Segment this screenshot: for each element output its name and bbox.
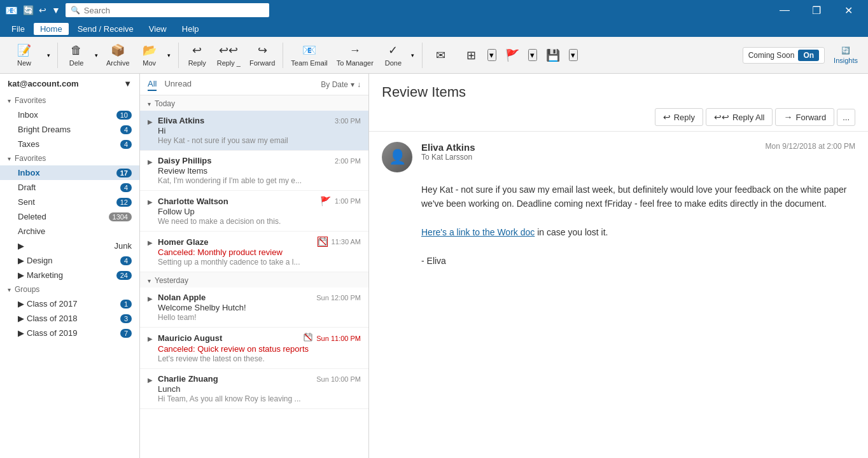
email-4-time: 11:30 AM	[332, 238, 361, 246]
archive-button[interactable]: 📦 Archive	[102, 39, 134, 72]
sidebar-item-inbox-2[interactable]: Inbox 17	[0, 165, 139, 180]
email-reading-title: Review Items	[382, 84, 855, 101]
refresh-icon[interactable]: 🔄	[23, 5, 34, 15]
sidebar-item-sent[interactable]: Sent 12	[0, 195, 139, 209]
move-button[interactable]: 📂 Mov	[135, 39, 164, 72]
reading-reply-button[interactable]: ↩ Reply	[655, 108, 703, 126]
email-item-4[interactable]: ▶ Homer Glaze 11:30 AM Canceled: Monthly…	[140, 232, 368, 272]
done-dropdown-button[interactable]: ▾	[408, 39, 418, 72]
delete-button[interactable]: 🗑 Dele	[62, 39, 91, 72]
email-item-1[interactable]: ▶ Eliva Atkins 3:00 PM Hi Hey Kat - not …	[140, 111, 368, 151]
filter-all[interactable]: All	[148, 78, 157, 91]
envelope-button[interactable]: ✉	[426, 39, 456, 72]
menu-file[interactable]: File	[5, 23, 31, 35]
toggle-button[interactable]: On	[798, 50, 819, 61]
flag-dropdown-button[interactable]: ▾	[528, 49, 537, 61]
flag-button[interactable]: 🚩	[498, 39, 527, 72]
account-header[interactable]: kat@account.com ▼	[0, 74, 139, 94]
delete-dropdown-button[interactable]: ▾	[91, 39, 101, 72]
email-1-expand-icon: ▶	[148, 118, 153, 125]
team-email-button[interactable]: 📧 Team Email	[287, 39, 331, 72]
forward-icon: ↪	[258, 43, 267, 57]
save-icon: 💾	[546, 48, 560, 62]
search-input[interactable]	[84, 6, 264, 15]
sidebar-item-archive[interactable]: Archive	[0, 224, 139, 239]
sort-control[interactable]: By Date ▾ ↓	[321, 80, 361, 89]
new-dropdown-button[interactable]: ▾	[43, 39, 53, 72]
sidebar-item-taxes[interactable]: Taxes 4	[0, 137, 139, 151]
forward-button[interactable]: ↪ Forward	[246, 39, 279, 72]
calendar-icon-6	[304, 333, 312, 344]
menu-home[interactable]: Home	[34, 23, 69, 35]
yesterday-group-header[interactable]: ▾ Yesterday	[140, 272, 368, 288]
email-4-preview: Setting up a monthly cadence to take a l…	[158, 258, 361, 267]
move-icon: 📂	[143, 43, 157, 57]
reply-all-icon: ↩↩	[219, 43, 238, 57]
email-7-content: Charlie Zhuang Sun 10:00 PM Lunch Hi Tea…	[158, 374, 361, 403]
close-button[interactable]: ✕	[834, 0, 863, 20]
search-box[interactable]: 🔍	[66, 3, 269, 17]
reply-button[interactable]: ↩ Reply	[183, 39, 212, 72]
menu-view[interactable]: View	[143, 23, 173, 35]
email-6-time: Sun 11:00 PM	[316, 335, 361, 342]
undo-icon[interactable]: ↩	[39, 5, 46, 15]
new-button[interactable]: 📝 New	[5, 39, 43, 72]
filter-unread[interactable]: Unread	[164, 78, 192, 91]
email-item-3[interactable]: ▶ Charlotte Waltson 🚩 1:00 PM Follow Up …	[140, 191, 368, 232]
sidebar-item-class-2018[interactable]: ▶ Class of 2018 3	[0, 311, 139, 326]
today-chevron: ▾	[148, 101, 151, 108]
email-item-2[interactable]: ▶ Daisy Phillips 2:00 PM Review Items Ka…	[140, 151, 368, 191]
favorites-section-1[interactable]: ▾ Favorites	[0, 94, 139, 108]
taxes-badge: 4	[120, 140, 132, 149]
sidebar-item-inbox-1[interactable]: Inbox 10	[0, 108, 139, 122]
email-1-content: Eliva Atkins 3:00 PM Hi Hey Kat - not su…	[158, 116, 361, 145]
apps-button[interactable]: ⊞	[457, 39, 486, 72]
save-dropdown-button[interactable]: ▾	[569, 49, 578, 61]
sidebar-item-design[interactable]: ▶ Design 4	[0, 253, 139, 268]
deleted-badge: 1304	[109, 212, 132, 221]
sidebar-item-draft[interactable]: Draft 4	[0, 180, 139, 195]
insights-button[interactable]: 🔄 Insights	[829, 44, 863, 67]
minimize-button[interactable]: —	[770, 0, 799, 20]
menu-bar: File Home Send / Receive View Help	[0, 20, 868, 37]
email-work-doc-link[interactable]: Here's a link to the Work doc	[421, 227, 535, 237]
sidebar-item-class-2019[interactable]: ▶ Class of 2019 7	[0, 326, 139, 340]
menu-icon[interactable]: ▼	[52, 5, 60, 15]
email-item-5[interactable]: ▶ Nolan Apple Sun 12:00 PM Welcome Shelb…	[140, 288, 368, 328]
email-item-6[interactable]: ▶ Mauricio August Sun 11:00 PM Canceled:…	[140, 328, 368, 369]
class-2017-expand-icon: ▶	[18, 299, 24, 309]
menu-send-receive[interactable]: Send / Receive	[71, 23, 140, 35]
flag-indicator-3: 🚩	[320, 196, 331, 206]
sidebar-item-class-2017[interactable]: ▶ Class of 2017 1	[0, 296, 139, 311]
favorites-section-2[interactable]: ▾ Favorites	[0, 151, 139, 165]
account-expand-icon: ▼	[123, 79, 132, 88]
email-2-time: 2:00 PM	[335, 157, 361, 165]
sidebar-item-deleted[interactable]: Deleted 1304	[0, 209, 139, 224]
email-3-content: Charlotte Waltson 🚩 1:00 PM Follow Up We…	[158, 196, 361, 226]
apps-dropdown-button[interactable]: ▾	[487, 49, 496, 61]
email-item-7[interactable]: ▶ Charlie Zhuang Sun 10:00 PM Lunch Hi T…	[140, 369, 368, 409]
move-dropdown-button[interactable]: ▾	[164, 39, 174, 72]
sidebar-item-marketing[interactable]: ▶ Marketing 24	[0, 268, 139, 282]
reading-more-button[interactable]: ...	[837, 109, 855, 126]
email-5-preview: Hello team!	[158, 313, 361, 322]
reading-forward-icon: →	[783, 112, 792, 122]
reply-all-button[interactable]: ↩↩ Reply _	[213, 39, 244, 72]
avatar-placeholder: 👤	[382, 142, 412, 172]
email-2-sender: Daisy Phillips	[158, 156, 212, 165]
sidebar-item-junk[interactable]: ▶ Junk	[0, 239, 139, 253]
groups-section[interactable]: ▾ Groups	[0, 282, 139, 296]
restore-button[interactable]: ❐	[802, 0, 831, 20]
save-button[interactable]: 💾	[538, 39, 568, 72]
reading-forward-button[interactable]: → Forward	[775, 108, 834, 126]
sidebar-item-bright-dreams[interactable]: Bright Dreams 4	[0, 122, 139, 137]
sort-direction-icon: ↓	[357, 80, 361, 89]
reading-reply-all-button[interactable]: ↩↩ Reply All	[706, 108, 773, 126]
sender-avatar: 👤	[382, 142, 412, 172]
to-manager-button[interactable]: → To Manager	[333, 39, 377, 72]
menu-help[interactable]: Help	[176, 23, 206, 35]
email-6-sender: Mauricio August	[158, 333, 222, 343]
done-button[interactable]: ✓ Done	[379, 39, 408, 72]
today-group-header[interactable]: ▾ Today	[140, 95, 368, 111]
email-6-subject: Canceled: Quick review on status reports	[158, 344, 361, 354]
